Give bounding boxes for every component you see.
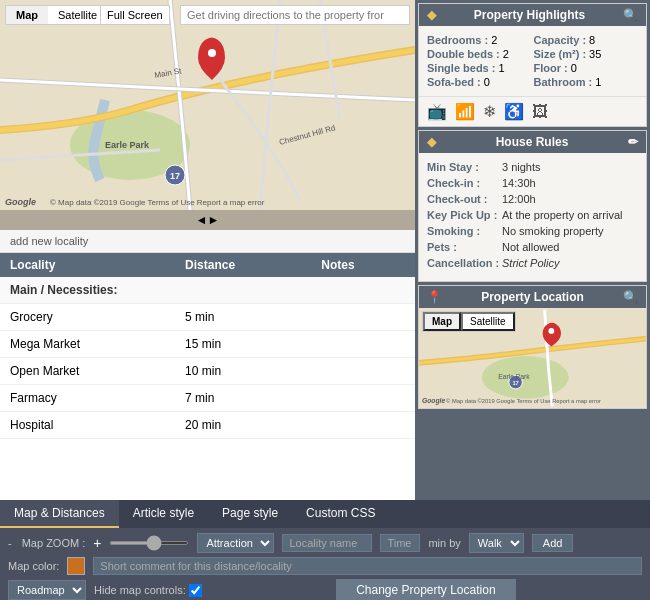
svg-text:17: 17 [512, 380, 518, 386]
prop-location-header: 📍 Property Location 🔍 [419, 286, 646, 308]
map-tab-map[interactable]: Map [6, 6, 48, 24]
highlight-capacity: Capacity : 8 [534, 34, 639, 46]
table-row: Mega Market 15 min [0, 331, 415, 358]
add-locality-label[interactable]: add new locality [0, 230, 415, 253]
cancellation-label: Cancellation : [427, 257, 502, 269]
locality-notes [311, 304, 415, 331]
rule-min-stay: Min Stay : 3 nights [427, 161, 638, 173]
highlights-grid: Bedrooms : 2 Capacity : 8 Double beds : … [419, 26, 646, 96]
comment-input[interactable] [93, 557, 642, 575]
toolbar-content: - Map ZOOM : + Attraction min by Walk Ad… [0, 528, 650, 600]
hide-controls-label: Hide map controls: [94, 584, 202, 597]
locality-notes [311, 358, 415, 385]
prop-location-title: Property Location [481, 290, 584, 304]
floor-label: Floor : [534, 62, 568, 74]
size-label: Size (m²) : [534, 48, 587, 60]
highlights-icon: ◆ [427, 8, 436, 22]
wifi-icon: 📶 [455, 102, 475, 121]
left-panel: 17 Chestnut Hill Rd Main St Earle Park G… [0, 0, 415, 500]
svg-text:Earle Park: Earle Park [105, 140, 150, 150]
map-tab-satellite[interactable]: Satellite [48, 6, 107, 24]
highlights-title: Property Highlights [474, 8, 585, 22]
bedrooms-value: 2 [491, 34, 497, 46]
prop-loc-tab-satellite[interactable]: Satellite [461, 312, 515, 331]
bedrooms-label: Bedrooms : [427, 34, 488, 46]
toolbar-row2: Map color: [8, 557, 642, 575]
locality-distance: 20 min [175, 412, 311, 439]
toolbar-tabs: Map & Distances Article style Page style… [0, 500, 650, 528]
hide-controls-text: Hide map controls: [94, 584, 186, 596]
directions-input[interactable] [180, 5, 410, 25]
add-locality-button[interactable]: Add [532, 534, 574, 552]
house-rules-header: ◆ House Rules ✏ [419, 131, 646, 153]
prop-loc-tab-map[interactable]: Map [423, 312, 461, 331]
svg-text:© Map data ©2019 Google  Terms: © Map data ©2019 Google Terms of Use Rep… [446, 398, 601, 404]
fullscreen-button[interactable]: Full Screen [100, 5, 170, 25]
photo-icon: 🖼 [532, 103, 548, 121]
rule-pets: Pets : Not allowed [427, 241, 638, 253]
locality-distance: 5 min [175, 304, 311, 331]
locality-name: Open Market [0, 358, 175, 385]
rule-key-pickup: Key Pick Up : At the property on arrival [427, 209, 638, 221]
zoom-plus-icon[interactable]: + [93, 535, 101, 551]
locality-name: Farmacy [0, 385, 175, 412]
bathroom-value: 1 [595, 76, 601, 88]
locality-name: Hospital [0, 412, 175, 439]
tab-map-distances[interactable]: Map & Distances [0, 500, 119, 528]
locality-name-input[interactable] [282, 534, 372, 552]
roadmap-select[interactable]: Roadmap [8, 580, 86, 600]
change-location-button[interactable]: Change Property Location [336, 579, 515, 600]
attraction-select[interactable]: Attraction [197, 533, 274, 553]
hide-controls-checkbox[interactable] [189, 584, 202, 597]
min-stay-value: 3 nights [502, 161, 541, 173]
time-input[interactable] [380, 534, 420, 552]
zoom-text-label: Map ZOOM : [22, 537, 86, 549]
highlights-header: ◆ Property Highlights 🔍 [419, 4, 646, 26]
min-stay-label: Min Stay : [427, 161, 502, 173]
sofa-bed-label: Sofa-bed : [427, 76, 481, 88]
divider-arrows: ◄► [196, 213, 220, 227]
pets-label: Pets : [427, 241, 502, 253]
table-row: Grocery 5 min [0, 304, 415, 331]
map-tabs: Map Satellite [5, 5, 108, 25]
main-container: 17 Chestnut Hill Rd Main St Earle Park G… [0, 0, 650, 600]
highlight-bedrooms: Bedrooms : 2 [427, 34, 532, 46]
svg-point-15 [548, 328, 554, 334]
location-pin-icon: 📍 [427, 290, 442, 304]
table-row: Open Market 10 min [0, 358, 415, 385]
svg-text:17: 17 [170, 171, 180, 181]
col-notes: Notes [311, 253, 415, 277]
main-map-area: 17 Chestnut Hill Rd Main St Earle Park G… [0, 0, 415, 210]
tab-article-style[interactable]: Article style [119, 500, 208, 528]
tab-custom-css[interactable]: Custom CSS [292, 500, 389, 528]
rule-checkin: Check-in : 14:30h [427, 177, 638, 189]
smoking-value: No smoking property [502, 225, 604, 237]
localities-wrapper[interactable]: Locality Distance Notes Main / Necessiti… [0, 253, 415, 439]
prop-location-map: 17 Earle Park Google © Map data ©2019 Go… [419, 308, 646, 408]
highlight-size: Size (m²) : 35 [534, 48, 639, 60]
double-beds-label: Double beds : [427, 48, 500, 60]
table-row: Hospital 20 min [0, 412, 415, 439]
tab-page-style[interactable]: Page style [208, 500, 292, 528]
min-by-label: min by [428, 537, 460, 549]
locality-distance: 10 min [175, 358, 311, 385]
right-panel: ◆ Property Highlights 🔍 Bedrooms : 2 Cap… [415, 0, 650, 500]
toolbar-row3: Roadmap Hide map controls: Change Proper… [8, 579, 642, 600]
prop-location-search-icon[interactable]: 🔍 [623, 290, 638, 304]
category-label: Main / Necessities: [0, 277, 415, 304]
checkin-label: Check-in : [427, 177, 502, 189]
checkout-label: Check-out : [427, 193, 502, 205]
tv-icon: 📺 [427, 102, 447, 121]
sofa-bed-value: 0 [484, 76, 490, 88]
house-rules-edit-icon[interactable]: ✏ [628, 135, 638, 149]
walk-select[interactable]: Walk [469, 533, 524, 553]
map-color-swatch[interactable] [67, 557, 85, 575]
checkin-value: 14:30h [502, 177, 536, 189]
cancellation-value: Strict Policy [502, 257, 559, 269]
zoom-slider[interactable] [109, 541, 189, 545]
rule-smoking: Smoking : No smoking property [427, 225, 638, 237]
highlights-search-icon[interactable]: 🔍 [623, 8, 638, 22]
svg-text:Earle Park: Earle Park [498, 373, 530, 380]
svg-point-7 [208, 49, 216, 57]
pets-value: Not allowed [502, 241, 559, 253]
